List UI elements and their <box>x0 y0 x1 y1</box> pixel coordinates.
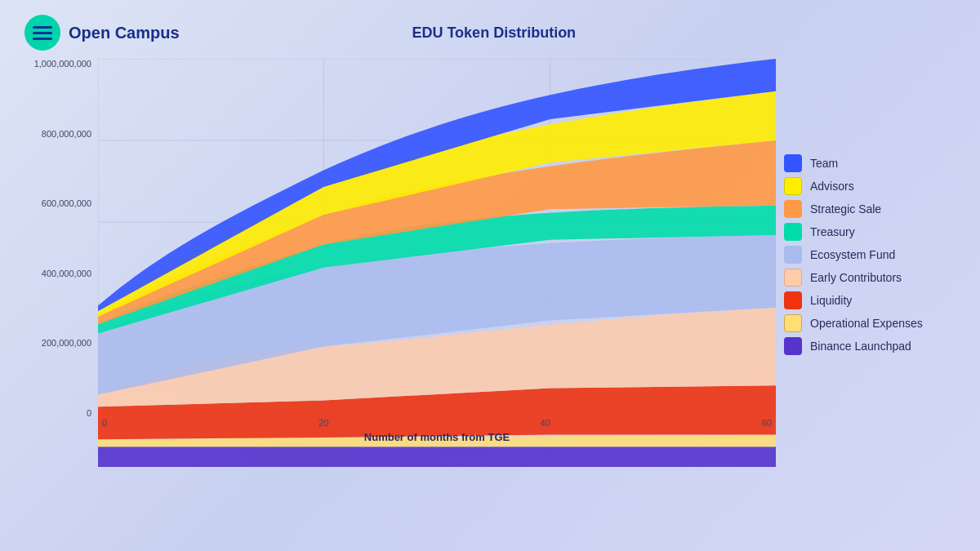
y-label-0: 0 <box>87 408 91 418</box>
legend-color-advisors <box>784 177 802 195</box>
legend: Team Advisors Strategic Sale Treasury Ec… <box>784 59 964 451</box>
legend-label-liquidity: Liquidity <box>810 294 852 307</box>
legend-label-strategic-sale: Strategic Sale <box>810 202 881 216</box>
legend-color-ecosystem-fund <box>784 246 802 264</box>
page-header: Open Campus EDU Token Distribution <box>0 0 980 59</box>
y-label-1b: 1,000,000,000 <box>34 59 91 69</box>
area-chart <box>98 59 776 467</box>
legend-item-early-contributors: Early Contributors <box>784 269 964 287</box>
legend-label-advisors: Advisors <box>810 180 854 193</box>
legend-label-binance-launchpad: Binance Launchpad <box>810 340 911 353</box>
legend-item-operational-expenses: Operational Expenses <box>784 314 964 332</box>
legend-color-early-contributors <box>784 269 802 287</box>
legend-color-strategic-sale <box>784 200 802 218</box>
x-label-60: 60 <box>762 418 772 428</box>
legend-item-team: Team <box>784 154 964 172</box>
legend-item-advisors: Advisors <box>784 177 964 195</box>
y-label-600m: 600,000,000 <box>42 198 91 208</box>
main-content: 1,000,000,000 800,000,000 600,000,000 40… <box>0 59 980 459</box>
legend-label-early-contributors: Early Contributors <box>810 271 902 284</box>
logo: Open Campus <box>24 15 180 51</box>
legend-label-operational-expenses: Operational Expenses <box>810 317 923 330</box>
y-label-800m: 800,000,000 <box>42 129 91 139</box>
legend-item-strategic-sale: Strategic Sale <box>784 200 964 218</box>
legend-item-liquidity: Liquidity <box>784 291 964 309</box>
legend-label-treasury: Treasury <box>810 225 855 238</box>
legend-label-ecosystem-fund: Ecosystem Fund <box>810 248 895 261</box>
legend-color-treasury <box>784 223 802 241</box>
x-axis-title: Number of months from TGE <box>364 431 510 443</box>
x-label-40: 40 <box>540 418 550 428</box>
y-label-200m: 200,000,000 <box>42 338 91 348</box>
legend-color-operational-expenses <box>784 314 802 332</box>
y-label-400m: 400,000,000 <box>42 269 91 278</box>
legend-item-ecosystem-fund: Ecosystem Fund <box>784 246 964 264</box>
y-axis-labels: 1,000,000,000 800,000,000 600,000,000 40… <box>16 59 98 418</box>
logo-icon <box>24 15 60 51</box>
x-label-20: 20 <box>318 418 328 428</box>
chart-title: EDU Token Distribution <box>180 24 808 42</box>
logo-text: Open Campus <box>69 24 180 42</box>
legend-item-binance-launchpad: Binance Launchpad <box>784 337 964 355</box>
x-labels: 0 20 40 60 <box>98 418 776 428</box>
x-label-0: 0 <box>102 418 107 428</box>
chart-area: 1,000,000,000 800,000,000 600,000,000 40… <box>16 59 776 451</box>
x-axis-area: 0 20 40 60 Number of months from TGE <box>98 418 776 451</box>
chart-container: 1,000,000,000 800,000,000 600,000,000 40… <box>16 59 776 451</box>
legend-color-team <box>784 154 802 172</box>
legend-color-binance-launchpad <box>784 337 802 355</box>
legend-label-team: Team <box>810 157 838 170</box>
legend-color-liquidity <box>784 291 802 309</box>
legend-item-treasury: Treasury <box>784 223 964 241</box>
